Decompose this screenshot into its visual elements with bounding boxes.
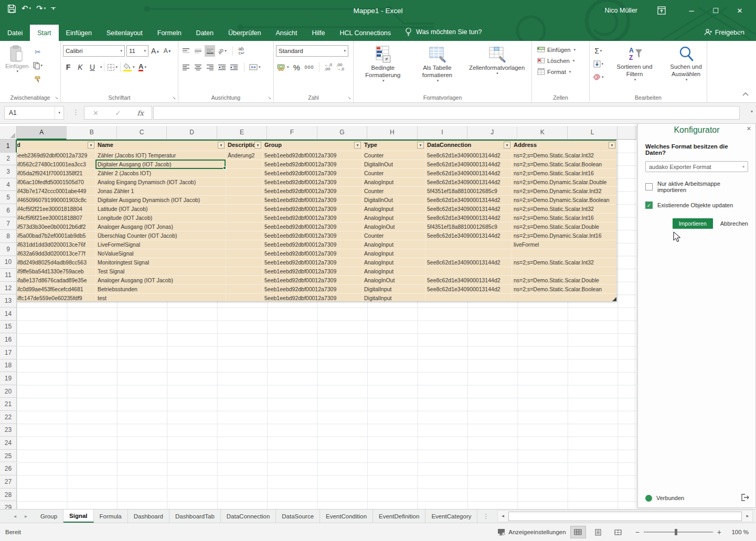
row-header-8[interactable]: 8: [0, 230, 17, 243]
table-cell[interactable]: ns=2;s=Demo.Dynamic.Scalar.Double: [512, 178, 616, 186]
table-cell[interactable]: liveFormel: [512, 240, 616, 249]
shrink-font-button[interactable]: A▼: [162, 45, 173, 57]
align-middle-button[interactable]: [193, 45, 203, 57]
table-row[interactable]: 5eeb2369d92dbf00012a7329Zähler (Jacobs I…: [17, 151, 616, 160]
row-header-5[interactable]: 5: [0, 191, 17, 204]
table-cell[interactable]: 5eeb1eebd92dbf00012a7309: [262, 285, 362, 293]
table-cell[interactable]: AnalogInput: [362, 249, 425, 258]
table-cell[interactable]: 5ee8c62d1e340900013144d2: [425, 178, 512, 186]
grow-font-button[interactable]: A▲: [150, 45, 161, 57]
table-cell[interactable]: 5ee8c62d1e340900013144d2: [425, 151, 512, 160]
filter-button[interactable]: ▾: [88, 142, 94, 148]
panel-close-icon[interactable]: ✕: [747, 125, 751, 132]
table-cell[interactable]: Counter: [362, 187, 425, 195]
row-header-16[interactable]: 16: [0, 333, 17, 346]
table-cell[interactable]: DigitalInOut: [362, 160, 425, 168]
column-header-C[interactable]: C: [117, 126, 167, 140]
copy-icon[interactable]: ▾: [32, 60, 44, 71]
bold-button[interactable]: F: [63, 61, 73, 73]
ribbon-tab-start[interactable]: Start: [30, 25, 58, 41]
column-header-L[interactable]: L: [568, 126, 617, 140]
row-header-4[interactable]: 4: [0, 178, 17, 192]
clipboard-dialog-launcher-icon[interactable]: ↘: [54, 95, 59, 101]
zoom-level[interactable]: 100 %: [726, 529, 749, 535]
table-cell[interactable]: 5eeb1eebd92dbf00012a7309: [262, 187, 362, 195]
table-cell[interactable]: Analog Eingang Dynamisch (IOT Jacob): [95, 178, 226, 186]
table-cell[interactable]: 5eeb1eebd92dbf00012a7309: [262, 240, 362, 249]
insert-function-icon[interactable]: fx: [129, 109, 152, 117]
align-right-button[interactable]: [205, 61, 215, 73]
column-header-H[interactable]: H: [367, 126, 417, 140]
table-cell[interactable]: Zähler 2 (Jacobs IOT): [95, 169, 226, 177]
table-cell[interactable]: 5ee8c62d1e340900013144d2: [425, 276, 512, 284]
table-cell[interactable]: 5eeb1eebd92dbf00012a7309: [262, 178, 362, 186]
ribbon-tab-daten[interactable]: Daten: [189, 25, 221, 41]
ribbon-display-options-icon[interactable]: [651, 0, 672, 21]
table-cell[interactable]: ns=2;s=Demo.Dynamic.Scalar.Int16: [512, 231, 616, 240]
row-header-20[interactable]: 20: [0, 385, 17, 398]
table-cell[interactable]: AnalogInput: [362, 214, 425, 222]
table-cell[interactable]: 5ee8c62d1e340900013144d2: [425, 160, 512, 168]
align-center-button[interactable]: [193, 61, 203, 73]
logout-icon[interactable]: [741, 494, 749, 502]
table-cell[interactable]: 5eeb1eebd92dbf00012a7309: [262, 249, 362, 258]
table-cell[interactable]: ns=2;s=Demo.Dynamic.Scalar.Boolean: [512, 196, 616, 204]
row-header-11[interactable]: 11: [0, 269, 17, 282]
filter-button[interactable]: ▾: [254, 142, 261, 148]
row-header-29[interactable]: 29: [0, 501, 17, 509]
import-button[interactable]: Importieren: [673, 218, 713, 229]
name-box-dropdown-icon[interactable]: ▾: [55, 107, 63, 119]
sheet-tab-dataconnection[interactable]: DataConnection: [221, 510, 276, 523]
table-cell[interactable]: 5eeb1eebd92dbf00012a7309: [262, 267, 362, 275]
table-cell[interactable]: [512, 267, 616, 275]
table-cell[interactable]: AnalogInput: [362, 267, 425, 275]
name-box[interactable]: A1 ▾: [4, 106, 64, 120]
table-cell[interactable]: [226, 222, 262, 231]
row-header-3[interactable]: 3: [0, 165, 17, 178]
table-cell[interactable]: 5eeb1eebd92dbf00012a7309: [262, 151, 362, 160]
underline-button[interactable]: U: [87, 61, 98, 73]
table-cell[interactable]: 5fa8e137d8676cadad89e35e: [17, 276, 95, 284]
table-cell[interactable]: [226, 267, 262, 275]
table-row[interactable]: 5ffc147de559e0e60235fdf9test5eeb1eebd92d…: [17, 293, 616, 301]
sheet-tab-eventdefinition[interactable]: EventDefinition: [373, 510, 425, 523]
table-cell[interactable]: ns=2;s=Demo.Static.Scalar.Int32: [512, 205, 616, 213]
table-cell[interactable]: AnalogInput: [362, 258, 425, 267]
sheet-tab-eventcondition[interactable]: EventCondition: [320, 510, 373, 523]
filter-button[interactable]: ▾: [609, 142, 615, 148]
autosum-button[interactable]: Σ▾: [592, 45, 605, 57]
sheet-tab-dashboard[interactable]: Dashboard: [128, 510, 169, 523]
table-cell[interactable]: 5f573d3b30ee0b00012b6df2: [17, 222, 95, 231]
normal-view-button[interactable]: [570, 526, 586, 538]
table-cell[interactable]: test: [95, 294, 226, 301]
table-cell[interactable]: 5ee8c62d1e340900013144d2: [425, 196, 512, 204]
filter-button[interactable]: ▾: [504, 142, 510, 148]
table-cell[interactable]: 5f4650960791990001903c8c: [17, 196, 95, 204]
filter-button[interactable]: ▾: [417, 142, 424, 148]
row-header-21[interactable]: 21: [0, 398, 17, 411]
table-cell[interactable]: Test Signal: [95, 267, 226, 275]
row-header-2[interactable]: 2: [0, 153, 17, 166]
table-row[interactable]: 5f632a69dd3d0200013ce77fNoValueSignal5ee…: [17, 249, 616, 258]
column-header-B[interactable]: B: [67, 126, 116, 140]
row-header-24[interactable]: 24: [0, 437, 17, 450]
format-cells-button[interactable]: Format▾: [537, 66, 587, 77]
table-cell[interactable]: LiveFormelSignal: [95, 240, 226, 249]
zoom-in-icon[interactable]: +: [717, 528, 721, 536]
table-cell[interactable]: [425, 294, 512, 301]
align-left-button[interactable]: [180, 61, 191, 73]
table-cell[interactable]: 5eeb1eebd92dbf00012a7309: [262, 196, 362, 204]
close-button[interactable]: ✕: [728, 0, 752, 21]
row-header-22[interactable]: 22: [0, 411, 17, 424]
table-cell[interactable]: ns=2;s=Demo.Static.Scalar.Double: [512, 276, 616, 284]
table-cell[interactable]: ns=2;s=Demo.Static.Scalar.Int32: [512, 151, 616, 160]
row-header-15[interactable]: 15: [0, 321, 17, 334]
undo-button[interactable]: ↶▾: [22, 4, 31, 13]
sheet-nav-right-icon[interactable]: ▸: [25, 513, 27, 519]
table-cell[interactable]: [512, 294, 616, 301]
table-cell[interactable]: 5f8d249d8025d4adb98cc563: [17, 258, 95, 267]
number-format-combo[interactable]: Standard▾: [276, 45, 348, 57]
row-header-27[interactable]: 27: [0, 475, 17, 489]
maximize-button[interactable]: ☐: [704, 0, 728, 21]
underline-dropdown[interactable]: ▾: [100, 65, 102, 69]
